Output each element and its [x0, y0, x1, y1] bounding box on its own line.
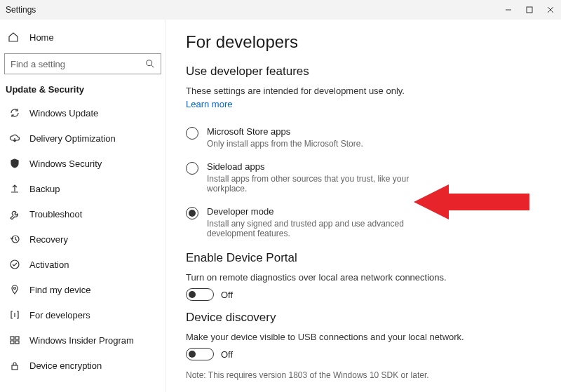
upload-icon [8, 183, 21, 194]
radio-option[interactable]: Sideload appsInstall apps from other sou… [186, 161, 541, 194]
search-input[interactable]: Find a setting [4, 53, 161, 74]
shield-icon [8, 158, 21, 169]
windows-icon [8, 334, 21, 346]
search-placeholder: Find a setting [11, 59, 65, 69]
svg-rect-1 [527, 7, 532, 13]
radio-button[interactable] [186, 162, 198, 175]
close-button[interactable] [540, 0, 561, 20]
sidebar-home-label: Home [29, 32, 54, 43]
section-dev-desc: These settings are intended for developm… [186, 86, 541, 96]
svg-point-4 [147, 60, 152, 66]
sidebar-item-label: Find my device [29, 285, 90, 295]
sidebar-item[interactable]: Windows Security [4, 151, 161, 176]
device-discovery-toggle[interactable] [186, 348, 214, 360]
window-controls [498, 0, 561, 20]
page-title: For developers [186, 32, 541, 52]
section-discovery-heading: Device discovery [186, 311, 541, 325]
radio-button[interactable] [186, 127, 198, 140]
lock-icon [8, 360, 21, 371]
search-icon [145, 59, 155, 69]
radio-desc: Install any signed and trusted app and u… [207, 219, 431, 238]
sidebar-item-label: Device encryption [29, 360, 102, 371]
sidebar-group-title: Update & Security [4, 81, 161, 100]
location-icon [8, 284, 21, 295]
discovery-note: Note: This requires version 1803 of the … [186, 370, 541, 380]
sidebar-nav: Windows UpdateDelivery OptimizationWindo… [4, 100, 161, 378]
maximize-button[interactable] [519, 0, 540, 20]
learn-more-link[interactable]: Learn more [186, 99, 232, 109]
sidebar-item-label: Windows Update [29, 108, 98, 119]
sidebar-item[interactable]: Troubleshoot [4, 201, 161, 227]
svg-rect-13 [12, 365, 18, 370]
sidebar-item-label: Activation [29, 259, 69, 270]
sidebar-item-label: Windows Insider Program [29, 335, 134, 346]
section-discovery-desc: Make your device visible to USB connecti… [186, 332, 541, 342]
radio-option[interactable]: Developer modeInstall any signed and tru… [186, 206, 541, 238]
minimize-button[interactable] [498, 0, 519, 20]
window-title: Settings [6, 5, 36, 15]
home-icon [7, 32, 20, 43]
refresh-icon [8, 107, 21, 119]
radio-label: Developer mode [207, 206, 431, 217]
device-portal-state: Off [221, 290, 233, 300]
sidebar: Home Find a setting Update & Security Wi… [0, 20, 166, 392]
radio-button[interactable] [186, 207, 198, 219]
sidebar-item[interactable]: Windows Update [4, 100, 161, 126]
section-dev-heading: Use developer features [186, 65, 541, 79]
svg-rect-9 [11, 337, 14, 339]
sidebar-item-label: For developers [29, 310, 90, 320]
svg-point-8 [14, 288, 16, 290]
radio-option[interactable]: Microsoft Store appsOnly install apps fr… [186, 126, 541, 149]
device-portal-toggle[interactable] [186, 288, 214, 301]
sidebar-item-label: Windows Security [29, 158, 102, 169]
sidebar-item[interactable]: For developers [4, 302, 161, 327]
sidebar-home[interactable]: Home [4, 25, 161, 49]
svg-rect-10 [15, 337, 19, 339]
sidebar-item-label: Backup [29, 184, 60, 194]
sidebar-item-label: Troubleshoot [29, 209, 82, 219]
svg-rect-11 [11, 341, 14, 344]
titlebar: Settings [0, 0, 561, 20]
sidebar-item[interactable]: Delivery Optimization [4, 126, 161, 151]
sidebar-item-label: Recovery [29, 234, 68, 245]
sidebar-item[interactable]: Backup [4, 176, 161, 201]
svg-line-5 [151, 65, 154, 68]
cloud-down-icon [8, 133, 21, 144]
sidebar-item[interactable]: Device encryption [4, 353, 161, 378]
radio-label: Microsoft Store apps [207, 126, 363, 137]
sidebar-item[interactable]: Find my device [4, 277, 161, 302]
sidebar-item[interactable]: Activation [4, 252, 161, 277]
sidebar-item-label: Delivery Optimization [29, 133, 116, 144]
main-content: For developers Use developer features Th… [166, 20, 561, 392]
svg-rect-12 [15, 341, 19, 344]
section-portal-desc: Turn on remote diagnostics over local ar… [186, 272, 541, 283]
brackets-icon [8, 309, 21, 320]
svg-point-7 [11, 260, 19, 269]
section-portal-heading: Enable Device Portal [186, 251, 541, 265]
radio-desc: Install apps from other sources that you… [207, 174, 431, 194]
clock-back-icon [8, 234, 21, 245]
radio-label: Sideload apps [207, 161, 431, 172]
dev-mode-radio-group: Microsoft Store appsOnly install apps fr… [186, 126, 541, 238]
wrench-icon [8, 208, 21, 219]
device-discovery-state: Off [221, 349, 233, 360]
check-circle-icon [8, 259, 21, 270]
sidebar-item[interactable]: Recovery [4, 227, 161, 252]
radio-desc: Only install apps from the Microsoft Sto… [207, 139, 363, 149]
sidebar-item[interactable]: Windows Insider Program [4, 327, 161, 353]
